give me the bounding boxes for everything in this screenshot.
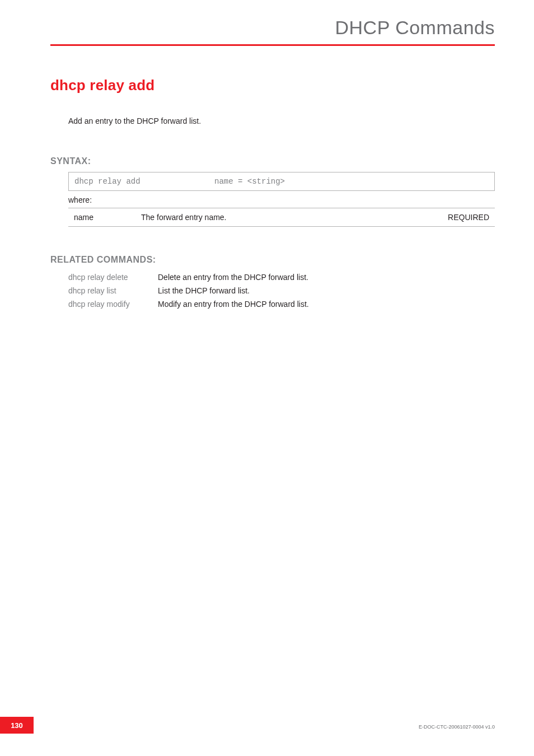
syntax-args: name = <string>	[214, 177, 489, 186]
related-row: dhcp relay list List the DHCP forward li…	[68, 286, 495, 295]
related-label: RELATED COMMANDS:	[50, 255, 495, 265]
related-cmd[interactable]: dhcp relay delete	[68, 273, 158, 282]
syntax-cmd: dhcp relay add	[74, 177, 214, 186]
param-req: REQUIRED	[433, 208, 495, 227]
param-name: name	[68, 208, 135, 227]
related-cmd[interactable]: dhcp relay list	[68, 286, 158, 295]
command-title: dhcp relay add	[50, 77, 495, 94]
running-title: DHCP Commands	[50, 17, 495, 39]
syntax-block: dhcp relay add name = <string> where: na…	[68, 172, 495, 227]
syntax-where: where:	[68, 195, 495, 204]
page-footer: 130 E-DOC-CTC-20061027-0004 v1.0	[0, 717, 534, 734]
command-intro: Add an entry to the DHCP forward list.	[68, 116, 495, 125]
doc-id: E-DOC-CTC-20061027-0004 v1.0	[419, 724, 495, 730]
related-row: dhcp relay delete Delete an entry from t…	[68, 273, 495, 282]
syntax-label: SYNTAX:	[50, 156, 495, 166]
param-row: name The forward entry name. REQUIRED	[68, 208, 495, 227]
param-desc: The forward entry name.	[135, 208, 433, 227]
param-table: name The forward entry name. REQUIRED	[68, 208, 495, 227]
header-rule	[50, 44, 495, 46]
related-cmd[interactable]: dhcp relay modify	[68, 300, 158, 309]
page-number: 130	[0, 717, 34, 734]
related-row: dhcp relay modify Modify an entry from t…	[68, 300, 495, 309]
related-block: dhcp relay delete Delete an entry from t…	[68, 273, 495, 309]
related-desc: List the DHCP forward list.	[158, 286, 495, 295]
syntax-code: dhcp relay add name = <string>	[68, 172, 495, 191]
related-desc: Modify an entry from the DHCP forward li…	[158, 300, 495, 309]
related-desc: Delete an entry from the DHCP forward li…	[158, 273, 495, 282]
